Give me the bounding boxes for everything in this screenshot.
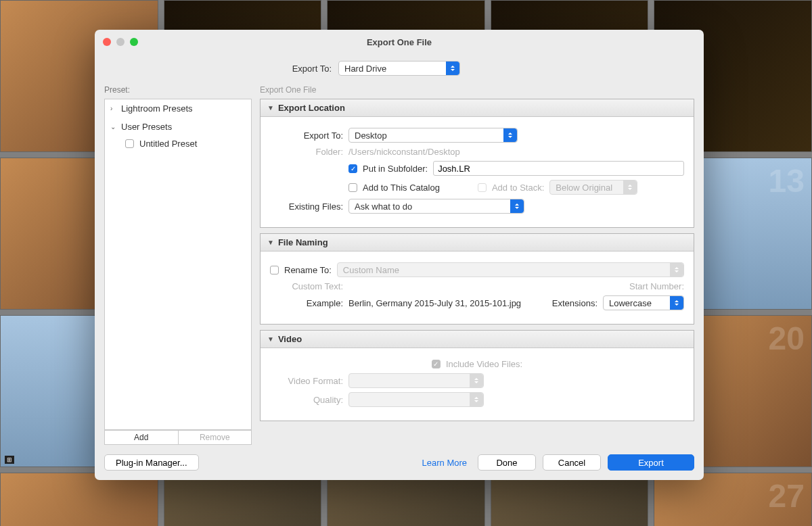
disclosure-triangle-icon: ▼ bbox=[267, 104, 274, 112]
chevron-updown-icon bbox=[446, 62, 459, 75]
disclosure-triangle-icon: ▼ bbox=[267, 335, 274, 343]
preset-item-label: Untitled Preset bbox=[139, 139, 197, 149]
preset-group-label: User Presets bbox=[121, 122, 172, 132]
preset-heading: Preset: bbox=[104, 85, 252, 95]
include-video-checkbox: ✓ bbox=[432, 360, 441, 368]
thumb[interactable]: ★★★ bbox=[491, 473, 649, 526]
preset-checkbox[interactable] bbox=[125, 139, 134, 148]
chevron-updown-icon bbox=[470, 393, 483, 406]
chevron-right-icon: › bbox=[110, 105, 117, 112]
chevron-updown-icon bbox=[623, 181, 637, 194]
preset-group-label: Lightroom Presets bbox=[121, 103, 193, 114]
plugin-manager-button[interactable]: Plug-in Manager... bbox=[104, 454, 199, 471]
preset-group-lightroom[interactable]: › Lightroom Presets bbox=[105, 99, 251, 118]
learn-more-link[interactable]: Learn More bbox=[422, 458, 467, 468]
export-dialog: Export One File Export To: Hard Drive Pr… bbox=[95, 30, 704, 480]
stack-checkbox bbox=[478, 183, 487, 192]
panel-video: ▼ Video ✓ Include Video Files: Video For… bbox=[260, 330, 694, 421]
video-quality-select bbox=[348, 392, 484, 407]
export-button[interactable]: Export bbox=[608, 454, 694, 471]
loc-export-to-label: Export To: bbox=[270, 130, 343, 141]
subtitle: Export One File bbox=[260, 85, 694, 95]
export-to-value: Hard Drive bbox=[344, 64, 386, 74]
add-button[interactable]: Add bbox=[104, 430, 179, 445]
video-format-label: Video Format: bbox=[270, 376, 343, 386]
export-to-label: Export To: bbox=[176, 64, 332, 74]
cancel-button[interactable]: Cancel bbox=[543, 454, 601, 471]
rename-select: Custom Name bbox=[337, 262, 684, 277]
example-label: Example: bbox=[270, 298, 343, 308]
chevron-updown-icon bbox=[470, 374, 483, 387]
subfolder-input[interactable] bbox=[433, 161, 684, 176]
folder-label: Folder: bbox=[270, 147, 343, 157]
catalog-label: Add to This Catalog bbox=[363, 183, 440, 193]
cell-number: 13 bbox=[769, 162, 805, 199]
example-value: Berlin, Germany 2015-July 31, 2015-101.j… bbox=[348, 298, 521, 308]
loc-export-to-value: Desktop bbox=[355, 130, 387, 141]
cell-number: 20 bbox=[769, 320, 805, 357]
remove-button[interactable]: Remove bbox=[179, 430, 252, 445]
chevron-updown-icon bbox=[670, 296, 683, 310]
subfolder-checkbox[interactable]: ✓ bbox=[348, 164, 357, 173]
stack-select: Below Original bbox=[549, 180, 637, 195]
chevron-down-icon: ⌄ bbox=[110, 123, 117, 130]
start-num-label: Start Number: bbox=[629, 281, 684, 291]
extensions-label: Extensions: bbox=[552, 298, 597, 308]
preset-list: › Lightroom Presets ⌄ User Presets Untit… bbox=[104, 99, 252, 430]
rename-checkbox[interactable] bbox=[270, 266, 279, 274]
export-to-select[interactable]: Hard Drive bbox=[338, 61, 460, 76]
panel-header-location[interactable]: ▼ Export Location bbox=[261, 99, 694, 117]
disclosure-triangle-icon: ▼ bbox=[267, 239, 274, 246]
existing-select[interactable]: Ask what to do bbox=[348, 199, 524, 214]
thumb[interactable]: ⊞ bbox=[0, 473, 158, 526]
include-video-label: Include Video Files: bbox=[446, 359, 522, 369]
video-format-select bbox=[348, 373, 484, 388]
video-quality-label: Quality: bbox=[270, 395, 343, 405]
panel-export-location: ▼ Export Location Export To: Desktop bbox=[260, 99, 694, 228]
titlebar: Export One File bbox=[95, 30, 704, 54]
panel-header-video[interactable]: ▼ Video bbox=[261, 331, 694, 348]
badge-icon: ⊞ bbox=[5, 456, 14, 464]
done-button[interactable]: Done bbox=[478, 454, 536, 471]
custom-text-label: Custom Text: bbox=[270, 281, 343, 291]
preset-group-user[interactable]: ⌄ User Presets bbox=[105, 118, 251, 136]
panel-header-naming[interactable]: ▼ File Naming bbox=[261, 234, 694, 252]
catalog-checkbox[interactable] bbox=[348, 183, 357, 192]
rename-value: Custom Name bbox=[343, 265, 399, 275]
chevron-updown-icon bbox=[510, 199, 524, 213]
extensions-value: Lowercase bbox=[609, 298, 652, 308]
thumb[interactable]: 27★★★ bbox=[654, 473, 812, 526]
stack-value: Below Original bbox=[556, 183, 612, 193]
settings-scroll[interactable]: ▼ Export Location Export To: Desktop bbox=[260, 99, 694, 445]
loc-export-to-select[interactable]: Desktop bbox=[348, 128, 518, 143]
panel-title: Export Location bbox=[278, 103, 345, 113]
preset-item-untitled[interactable]: Untitled Preset bbox=[105, 136, 251, 151]
folder-path: /Users/nickconstant/Desktop bbox=[348, 147, 460, 157]
extensions-select[interactable]: Lowercase bbox=[603, 295, 684, 310]
stack-label: Add to Stack: bbox=[492, 183, 544, 193]
dialog-title: Export One File bbox=[95, 37, 704, 47]
existing-label: Existing Files: bbox=[270, 201, 343, 212]
chevron-updown-icon bbox=[670, 263, 683, 277]
thumb[interactable]: ★★★ bbox=[327, 473, 485, 526]
thumb[interactable]: ★★★ bbox=[164, 473, 322, 526]
subfolder-label: Put in Subfolder: bbox=[363, 164, 428, 174]
rename-label: Rename To: bbox=[284, 265, 332, 275]
panel-title: File Naming bbox=[278, 237, 328, 247]
panel-title: Video bbox=[278, 334, 302, 344]
panel-file-naming: ▼ File Naming Rename To: Custom Name bbox=[260, 233, 694, 325]
cell-number: 27 bbox=[769, 477, 805, 515]
existing-value: Ask what to do bbox=[355, 201, 412, 212]
chevron-updown-icon bbox=[503, 128, 517, 142]
